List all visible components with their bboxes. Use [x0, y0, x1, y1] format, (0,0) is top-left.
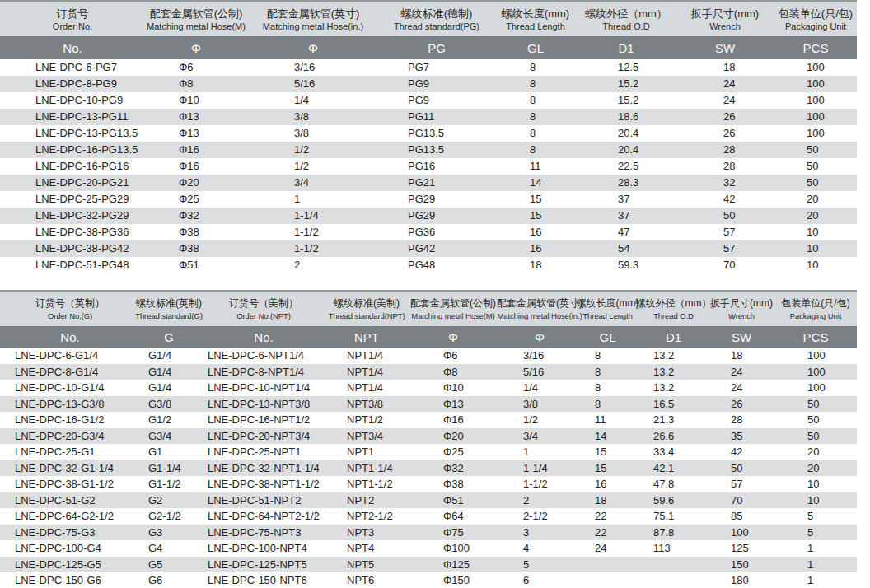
table-cell: 5/16 — [503, 364, 577, 380]
table-cell: 57 — [676, 240, 774, 257]
table-cell: 24 — [577, 540, 638, 557]
table-cell: PG13.5 — [379, 142, 494, 158]
table-row: LNE-DPC-16-G1/2G1/2LNE-DPC-16-NPT1/2NPT1… — [0, 412, 857, 428]
table-cell: 16.5 — [638, 396, 709, 413]
column-key: Φ — [145, 36, 247, 59]
column-header-en: Order No. — [53, 21, 92, 32]
table-cell: 24 — [709, 380, 774, 396]
column-header: 扳手尺寸(mm)Wrench — [676, 2, 774, 36]
table-cell: 24 — [676, 92, 774, 109]
table-cell: LNE-DPC-25-PG29 — [0, 191, 145, 208]
table-cell: 18 — [577, 492, 638, 509]
table-cell: 20 — [774, 208, 857, 224]
table-cell: 70 — [709, 492, 774, 509]
table-cell: 1/4 — [247, 92, 379, 109]
column-header-zh: 螺纹长度(mm) — [502, 7, 569, 21]
table-row: LNE-DPC-150-G6G6LNE-DPC-150-NPT6NPT6Φ150… — [0, 572, 857, 588]
table-cell: Φ32 — [145, 208, 247, 224]
table-cell: 6 — [503, 572, 577, 588]
table-cell: 5 — [503, 557, 577, 573]
table-cell: 1 — [774, 572, 857, 588]
table-cell: G1-1/4 — [140, 460, 198, 477]
column-header-zh: 配套金属软管(公制) — [150, 7, 243, 21]
column-header-en: Thread Length — [506, 21, 565, 32]
column-key: Φ — [503, 326, 577, 348]
table-cell: 10 — [774, 476, 857, 492]
table-cell: 100 — [709, 525, 774, 541]
table-cell: PG16 — [379, 158, 494, 175]
table-key-row: No.GNo.NPTΦΦGLD1SWPCS — [0, 326, 857, 348]
table-cell: 1 — [247, 191, 379, 208]
table-header-row: 订货号Order No.配套金属软管(公制)Matching metal Hos… — [0, 2, 857, 36]
table-cell: G2-1/2 — [140, 508, 198, 525]
column-key: NPT — [330, 326, 404, 348]
table-cell: 16 — [494, 224, 577, 240]
table-cell: LNE-DPC-20-NPT3/4 — [198, 428, 330, 445]
table-row: LNE-DPC-38-PG42Φ381-1/2PG4216545710 — [0, 240, 857, 257]
column-header: 配套金属软管(英寸)Matching metal Hose(in.) — [503, 292, 577, 326]
table-cell: LNE-DPC-6-G1/4 — [0, 348, 140, 364]
table-cell: 8 — [494, 76, 577, 92]
table-cell: 15.2 — [577, 76, 676, 92]
table-cell: Φ20 — [404, 428, 503, 445]
table-cell: LNE-DPC-10-G1/4 — [0, 380, 140, 396]
table-cell: 70 — [676, 257, 774, 273]
table-cell: NPT2 — [330, 492, 404, 509]
table-row: LNE-DPC-100-G4G4LNE-DPC-100-NPT4NPT4Φ100… — [0, 540, 857, 557]
table-cell: NPT1-1/2 — [330, 476, 404, 492]
table-cell: LNE-DPC-75-NPT3 — [198, 525, 330, 541]
table-cell: LNE-DPC-64-NPT2-1/2 — [198, 508, 330, 525]
table-cell: 5 — [774, 508, 857, 525]
table-cell: 11 — [577, 412, 638, 428]
table-cell: 4 — [503, 540, 577, 557]
table-cell: LNE-DPC-13-PG13.5 — [0, 125, 145, 142]
table-cell: 8 — [494, 59, 577, 76]
column-header-en: Thread standard(PG) — [394, 21, 479, 32]
table-cell: G1/4 — [140, 348, 198, 364]
table-cell: 35 — [709, 428, 774, 445]
table-cell: NPT6 — [330, 572, 404, 588]
table-cell: LNE-DPC-8-NPT1/4 — [198, 364, 330, 380]
table-row: LNE-DPC-16-PG13.5Φ161/2PG13.5820.42850 — [0, 142, 857, 158]
table-cell: PG42 — [379, 240, 494, 257]
table-row: LNE-DPC-64-G2-1/2G2-1/2LNE-DPC-64-NPT2-1… — [0, 508, 857, 525]
table-row: LNE-DPC-8-PG9Φ85/16PG9815.224100 — [0, 76, 857, 92]
table-cell: G1/4 — [140, 380, 198, 396]
column-header: 扳手尺寸(mm)Wrench — [709, 292, 774, 326]
column-header-en: Matching metal Hose(M) — [147, 21, 246, 32]
column-header-zh: 扳手尺寸(mm) — [710, 296, 773, 310]
table-gap — [0, 273, 857, 290]
table-cell: 8 — [494, 92, 577, 109]
table-cell: 100 — [774, 125, 857, 142]
table-cell: 8 — [577, 380, 638, 396]
table-cell: Φ16 — [145, 142, 247, 158]
table-cell: 10 — [774, 492, 857, 509]
table-cell: G3/4 — [140, 428, 198, 445]
table-cell: 42 — [709, 444, 774, 460]
column-header: 螺纹长度(mm)Thread Length — [494, 2, 577, 36]
table-cell: LNE-DPC-32-G1-1/4 — [0, 460, 140, 477]
table-cell: Φ10 — [145, 92, 247, 109]
table-cell: 59.6 — [638, 492, 709, 509]
table-body: LNE-DPC-6-G1/4G1/4LNE-DPC-6-NPT1/4NPT1/4… — [0, 348, 857, 588]
table-cell: 1-1/2 — [247, 240, 379, 257]
column-header-zh: 配套金属软管(公制) — [410, 296, 496, 310]
table-cell: 26.6 — [638, 428, 709, 445]
pg-spec-table: 订货号Order No.配套金属软管(公制)Matching metal Hos… — [0, 0, 857, 273]
table-cell: 1/4 — [503, 380, 577, 396]
table-cell: LNE-DPC-16-PG13.5 — [0, 142, 145, 158]
column-header: 螺纹外径（mm）Thread O.D — [577, 2, 676, 36]
table-cell: NPT1/4 — [330, 364, 404, 380]
table-cell: NPT1 — [330, 444, 404, 460]
table-cell: 50 — [774, 142, 857, 158]
table-cell: LNE-DPC-10-NPT1/4 — [198, 380, 330, 396]
table-cell: G1 — [140, 444, 198, 460]
table-cell: 10 — [774, 224, 857, 240]
table-row: LNE-DPC-125-G5G5LNE-DPC-125-NPT5NPT5Φ125… — [0, 557, 857, 573]
table-cell: 28 — [709, 412, 774, 428]
column-header-en: Thread standard(NPT) — [328, 310, 405, 322]
table-cell: NPT3 — [330, 525, 404, 541]
table-cell: 50 — [774, 396, 857, 413]
column-key: PCS — [774, 36, 857, 59]
table-cell: NPT1/2 — [330, 412, 404, 428]
